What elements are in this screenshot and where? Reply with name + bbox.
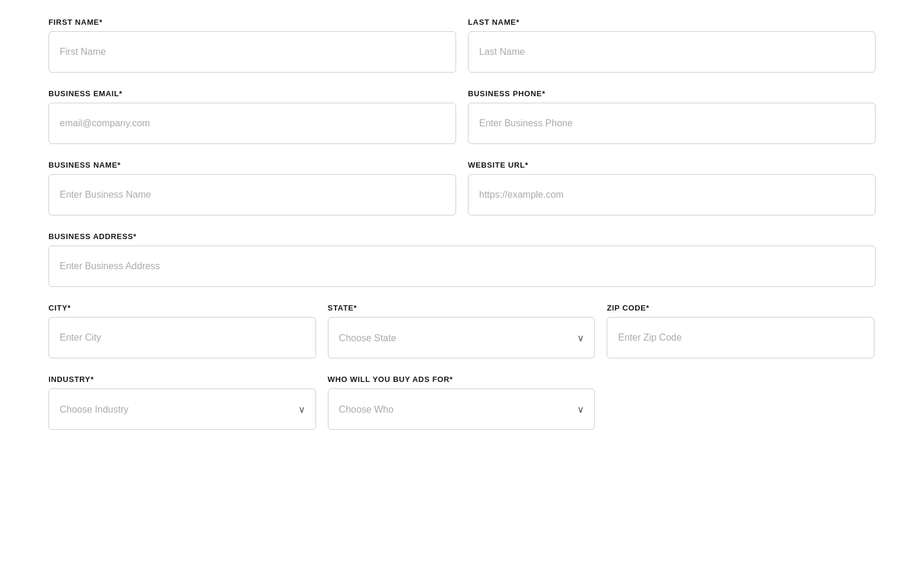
city-state-zip-row: CITY* STATE* Choose State Alabama Alaska… (48, 303, 876, 358)
zip-code-group: ZIP CODE* (607, 303, 874, 358)
first-name-group: FIRST NAME* (48, 18, 456, 73)
city-input[interactable] (48, 317, 316, 358)
business-email-input[interactable] (48, 103, 456, 144)
last-name-label: LAST NAME* (468, 18, 876, 27)
city-group: CITY* (48, 303, 316, 358)
who-select-wrapper: Choose Who Myself My Clients My Business… (328, 388, 596, 430)
state-group: STATE* Choose State Alabama Alaska Arizo… (328, 303, 596, 358)
business-phone-group: BUSINESS PHONE* (468, 89, 876, 144)
who-label: WHO WILL YOU BUY ADS FOR* (328, 375, 596, 384)
last-name-input[interactable] (468, 31, 876, 73)
business-phone-input[interactable] (468, 103, 876, 144)
business-phone-label: BUSINESS PHONE* (468, 89, 876, 98)
state-select-wrapper: Choose State Alabama Alaska Arizona Cali… (328, 317, 596, 358)
state-label: STATE* (328, 303, 596, 312)
business-address-input[interactable] (48, 246, 876, 287)
website-url-input[interactable] (468, 174, 876, 215)
first-name-input[interactable] (48, 31, 456, 73)
business-address-group: BUSINESS ADDRESS* (48, 232, 876, 287)
who-group: WHO WILL YOU BUY ADS FOR* Choose Who Mys… (328, 375, 596, 430)
who-select[interactable]: Choose Who Myself My Clients My Business (328, 388, 596, 430)
business-website-row: BUSINESS NAME* WEBSITE URL* (48, 161, 876, 215)
industry-label: INDUSTRY* (48, 375, 316, 384)
form-container: FIRST NAME* LAST NAME* BUSINESS EMAIL* B… (48, 18, 876, 430)
business-address-label: BUSINESS ADDRESS* (48, 232, 876, 241)
business-name-group: BUSINESS NAME* (48, 161, 456, 215)
name-row: FIRST NAME* LAST NAME* (48, 18, 876, 73)
industry-group: INDUSTRY* Choose Industry Technology Ret… (48, 375, 316, 430)
business-email-group: BUSINESS EMAIL* (48, 89, 456, 144)
website-url-label: WEBSITE URL* (468, 161, 876, 169)
first-name-label: FIRST NAME* (48, 18, 456, 27)
website-url-group: WEBSITE URL* (468, 161, 876, 215)
zip-code-label: ZIP CODE* (607, 303, 874, 312)
business-name-label: BUSINESS NAME* (48, 161, 456, 169)
city-label: CITY* (48, 303, 316, 312)
email-phone-row: BUSINESS EMAIL* BUSINESS PHONE* (48, 89, 876, 144)
state-select[interactable]: Choose State Alabama Alaska Arizona Cali… (328, 317, 596, 358)
business-email-label: BUSINESS EMAIL* (48, 89, 456, 98)
industry-who-row: INDUSTRY* Choose Industry Technology Ret… (48, 375, 876, 430)
industry-select-wrapper: Choose Industry Technology Retail Health… (48, 388, 316, 430)
last-name-group: LAST NAME* (468, 18, 876, 73)
address-row: BUSINESS ADDRESS* (48, 232, 876, 287)
zip-code-input[interactable] (607, 317, 874, 358)
industry-select[interactable]: Choose Industry Technology Retail Health… (48, 388, 316, 430)
business-name-input[interactable] (48, 174, 456, 215)
